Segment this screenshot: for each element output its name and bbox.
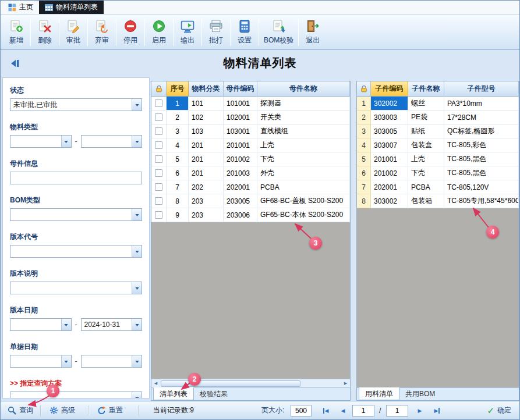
row-cell[interactable]: PA3*10mm <box>444 97 519 111</box>
row-number-cell[interactable]: 1 <box>357 97 371 111</box>
row-cell[interactable]: 直线模组 <box>257 124 350 138</box>
chevron-down-icon[interactable]: ▼ <box>132 282 142 294</box>
row-cell[interactable]: 201002 <box>371 166 408 180</box>
row-cell[interactable]: 外壳 <box>257 166 350 180</box>
row-number-cell[interactable]: 7 <box>357 180 371 194</box>
row-cell[interactable]: GF68-BC-盖板 S200-S200 <box>257 194 350 208</box>
chevron-down-icon[interactable]: ▼ <box>132 209 142 220</box>
chevron-down-icon[interactable]: ▼ <box>61 319 71 330</box>
tab-shared-bom[interactable]: 共用BOM <box>399 388 441 400</box>
row-cell[interactable]: QC标签,椭圆形 <box>444 124 519 138</box>
tab-list-view[interactable]: 清单列表 <box>153 387 194 400</box>
row-number-cell[interactable]: 3 <box>357 124 371 138</box>
last-page-button[interactable]: ▶ <box>430 405 444 417</box>
toolbar-button-exit[interactable]: 退出 <box>299 16 326 48</box>
row-cell[interactable]: 203005 <box>224 194 257 208</box>
page-size-input[interactable] <box>291 405 312 417</box>
row-cell[interactable]: 203 <box>189 208 224 222</box>
reset-button[interactable]: 重置 <box>97 401 123 419</box>
toolbar-button-bom-check[interactable]: BOM校验 <box>260 16 298 48</box>
version-date-from-combobox[interactable]: ▼ <box>10 318 72 331</box>
toolbar-button-enable[interactable]: 启用 <box>146 16 172 48</box>
row-cell[interactable]: PCBA <box>257 180 350 194</box>
row-cell[interactable]: 102001 <box>224 111 257 124</box>
row-checkbox[interactable] <box>155 99 162 107</box>
row-cell[interactable]: PE袋 <box>408 111 444 124</box>
row-cell[interactable]: 201001 <box>224 138 257 152</box>
chevron-down-icon[interactable]: ▼ <box>61 355 71 367</box>
version-code-combobox[interactable]: ▼ <box>10 245 142 258</box>
row-cell[interactable]: 201 <box>189 138 224 152</box>
row-checkbox[interactable] <box>155 169 162 177</box>
toolbar-button-batch-print[interactable]: 批打 <box>203 16 229 48</box>
material-type-to-combobox[interactable]: ▼ <box>81 135 143 148</box>
row-seq-cell[interactable]: 6 <box>167 166 189 180</box>
material-type-from-combobox[interactable]: ▼ <box>10 135 72 148</box>
toolbar-button-delete[interactable]: 删除 <box>31 16 58 48</box>
row-checkbox[interactable] <box>155 211 162 219</box>
version-date-to-combobox[interactable]: 2024-10-31 ▼ <box>81 318 143 331</box>
row-seq-cell[interactable]: 2 <box>167 111 189 124</box>
current-page-input[interactable] <box>352 405 374 417</box>
query-plan-combobox[interactable]: ▼ <box>10 391 142 398</box>
bom-type-combobox[interactable]: ▼ <box>10 208 142 221</box>
row-cell[interactable]: 包装箱 <box>408 194 444 208</box>
row-seq-cell[interactable]: 8 <box>167 194 189 208</box>
chevron-down-icon[interactable]: ▼ <box>132 136 142 147</box>
query-button[interactable]: 查询 <box>8 401 33 419</box>
row-checkbox[interactable] <box>155 113 162 121</box>
row-cell[interactable]: 上壳 <box>257 138 350 152</box>
query-plan-label[interactable]: >> 指定查询方案 <box>10 379 142 389</box>
toolbar-button-unapprove[interactable]: 弃审 <box>89 16 115 48</box>
row-cell[interactable]: 302002 <box>371 97 408 111</box>
row-cell[interactable]: GF65-BC-本体 S200-S200 <box>257 208 350 222</box>
row-checkbox[interactable] <box>155 197 162 205</box>
tab-check-result[interactable]: 校验结果 <box>194 388 234 400</box>
chevron-down-icon[interactable]: ▼ <box>132 355 142 367</box>
row-cell[interactable]: 包装盒 <box>408 138 444 152</box>
row-number-cell[interactable]: 5 <box>357 152 371 166</box>
window-tab-bom-list[interactable]: 物料清单列表 <box>39 1 104 14</box>
row-cell[interactable]: 下壳 <box>257 152 350 166</box>
chevron-down-icon[interactable]: ▼ <box>132 245 142 257</box>
window-tab-home[interactable]: 主页 <box>2 1 39 14</box>
row-cell[interactable]: TC-805,黑色 <box>444 152 519 166</box>
parent-grid-hscrollbar[interactable]: ◀ ▶ <box>151 379 350 387</box>
row-cell[interactable]: 201002 <box>224 152 257 166</box>
row-seq-cell[interactable]: 1 <box>167 97 189 111</box>
row-cell[interactable]: 103 <box>189 124 224 138</box>
toolbar-button-approve[interactable]: 审批 <box>60 16 87 48</box>
row-cell[interactable]: TC-805,黑色 <box>444 166 519 180</box>
row-cell[interactable]: 201 <box>189 166 224 180</box>
row-cell[interactable]: TC-805,120V <box>444 180 519 194</box>
row-cell[interactable]: 303007 <box>371 138 408 152</box>
row-cell[interactable]: 202001 <box>224 180 257 194</box>
scroll-right-icon[interactable]: ▶ <box>341 379 350 388</box>
row-checkbox[interactable] <box>155 155 162 163</box>
toolbar-button-add[interactable]: 新增 <box>3 16 30 48</box>
doc-date-to-combobox[interactable]: ▼ <box>81 355 143 368</box>
row-seq-cell[interactable]: 9 <box>167 208 189 222</box>
next-page-button[interactable]: ▶ <box>413 405 427 417</box>
first-page-button[interactable]: ◀ <box>319 405 332 417</box>
toolbar-button-output[interactable]: 输出 <box>174 16 201 48</box>
row-cell[interactable]: 303002 <box>371 194 408 208</box>
toolbar-button-settings[interactable]: 设置 <box>231 16 258 48</box>
row-cell[interactable]: 203 <box>189 194 224 208</box>
row-number-cell[interactable]: 2 <box>357 111 371 124</box>
row-cell[interactable]: 201001 <box>371 152 408 166</box>
row-cell[interactable]: 303003 <box>371 111 408 124</box>
row-cell[interactable]: 203006 <box>224 208 257 222</box>
scroll-left-icon[interactable]: ◀ <box>151 379 160 388</box>
row-number-cell[interactable]: 4 <box>357 138 371 152</box>
chevron-down-icon[interactable]: ▼ <box>61 136 71 147</box>
version-desc-combobox[interactable]: ▼ <box>10 282 142 294</box>
ok-button[interactable]: ✓ 确定 <box>487 401 511 419</box>
row-cell[interactable]: 开关类 <box>257 111 350 124</box>
row-cell[interactable]: 102 <box>189 111 224 124</box>
status-combobox[interactable]: 未审批,已审批 ▼ <box>10 98 142 111</box>
scrollbar-thumb[interactable] <box>161 380 300 387</box>
row-cell[interactable]: 下壳 <box>408 166 444 180</box>
row-cell[interactable]: 17*28CM <box>444 111 519 124</box>
row-cell[interactable]: 101 <box>189 97 224 111</box>
